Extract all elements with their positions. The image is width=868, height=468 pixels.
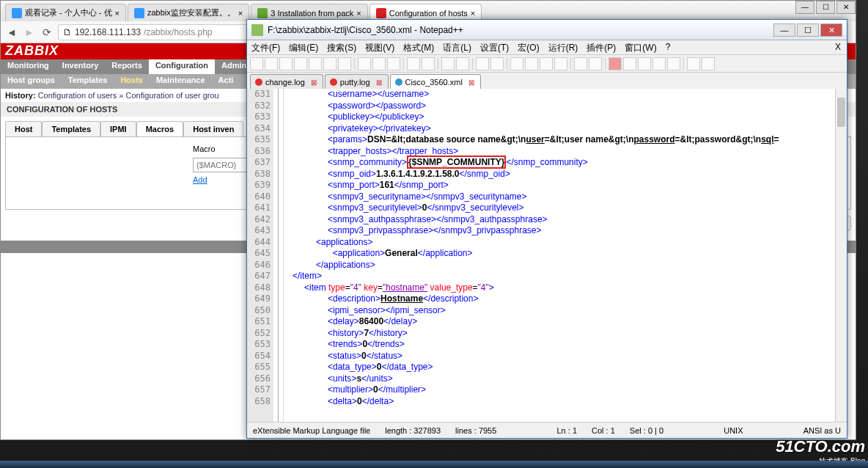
menu-configuration[interactable]: Configuration	[149, 59, 215, 74]
browser-tab-1[interactable]: zabbix监控安装配置。。×	[128, 4, 249, 21]
tab-close-icon[interactable]: ⊠	[468, 78, 474, 87]
tool-replace-icon[interactable]	[456, 57, 469, 70]
menu-edit[interactable]: 编辑(E)	[284, 40, 323, 54]
doc-tab-puttylog[interactable]: putty.log⊠	[325, 74, 389, 89]
npp-doc-tabs: change.log⊠ putty.log⊠ Cisco_3560.xml⊠	[247, 73, 847, 89]
maximize-button[interactable]: ☐	[816, 1, 835, 14]
tool-copy-icon[interactable]	[372, 57, 386, 70]
line-gutter: 6316326336346356366376386396406416426436…	[247, 89, 273, 422]
tab-label: change.log	[265, 78, 305, 87]
modified-icon	[255, 78, 262, 86]
npp-titlebar[interactable]: F:\zabbix\zabbix-lztlj\Cisco_3560.xml - …	[247, 20, 847, 40]
menu-macro[interactable]: 宏(O)	[513, 40, 543, 54]
close-button[interactable]: ✕	[836, 1, 856, 14]
menu-search[interactable]: 搜索(S)	[323, 40, 361, 54]
tool-cut-icon[interactable]	[358, 57, 371, 70]
tool-find-icon[interactable]	[441, 57, 455, 70]
npp-maximize-button[interactable]: ☐	[797, 23, 819, 37]
tool-playback-icon[interactable]	[652, 57, 666, 70]
npp-editor[interactable]: 6316326336346356366376386396406416426436…	[247, 89, 847, 422]
tab-host[interactable]: Host	[5, 121, 42, 136]
tab-ipmi[interactable]: IPMI	[100, 121, 136, 136]
toolbar-sep	[472, 58, 473, 70]
submenu-hostgroups[interactable]: Host groups	[1, 74, 62, 89]
tab-close-icon[interactable]: ×	[356, 9, 361, 18]
tool-redo-icon[interactable]	[422, 57, 435, 70]
tool-folder-icon[interactable]	[574, 57, 587, 70]
tool-chars-icon[interactable]	[540, 57, 553, 70]
tab-macros[interactable]: Macros	[136, 121, 184, 136]
menu-plugins[interactable]: 插件(P)	[582, 40, 620, 54]
menu-monitoring[interactable]: Monitoring	[1, 59, 56, 74]
fold-margin[interactable]	[273, 89, 284, 422]
submenu-templates[interactable]: Templates	[62, 74, 114, 89]
tab-hostinventory[interactable]: Host inven	[183, 121, 243, 136]
tool-sync-icon[interactable]	[510, 57, 523, 70]
npp-close-button[interactable]: ✕	[820, 23, 842, 37]
menu-settings[interactable]: 设置(T)	[476, 40, 513, 54]
tool-close-icon[interactable]	[309, 57, 322, 70]
back-icon[interactable]: ◄	[5, 26, 18, 39]
doc-tab-changelog[interactable]: change.log⊠	[250, 74, 323, 89]
minimize-button[interactable]: —	[795, 1, 814, 14]
menu-file[interactable]: 文件(F)	[247, 40, 284, 54]
tab-close-icon[interactable]: ⊠	[376, 78, 382, 87]
notepadpp-window: F:\zabbix\zabbix-lztlj\Cisco_3560.xml - …	[246, 19, 847, 439]
forward-icon[interactable]: ►	[23, 26, 36, 39]
tab-label: 3 Installation from pack	[271, 9, 353, 18]
menu-language[interactable]: 语言(L)	[438, 40, 476, 54]
menu-view[interactable]: 视图(V)	[361, 40, 399, 54]
tool-undo-icon[interactable]	[407, 57, 420, 70]
tool-print-icon[interactable]	[338, 57, 351, 70]
scroll-thumb[interactable]	[837, 98, 845, 127]
submenu-maintenance[interactable]: Maintenance	[150, 74, 212, 89]
add-link[interactable]: Add	[193, 175, 207, 184]
submenu-actions[interactable]: Acti	[212, 74, 240, 89]
tool-saveall-icon[interactable]	[294, 57, 307, 70]
menu-inventory[interactable]: Inventory	[56, 59, 106, 74]
doc-tab-cisco3560[interactable]: Cisco_3560.xml⊠	[390, 74, 481, 89]
tool-zoomout-icon[interactable]	[490, 57, 504, 70]
tool-closeall-icon[interactable]	[323, 57, 336, 70]
menu-reports[interactable]: Reports	[105, 59, 149, 74]
tab-close-icon[interactable]: ×	[238, 9, 243, 18]
tool-open-icon[interactable]	[265, 57, 278, 70]
npp-statusbar: eXtensible Markup Language file length :…	[247, 422, 847, 438]
tab-close-icon[interactable]: ×	[115, 9, 119, 18]
status-lines: lines : 7955	[455, 426, 496, 435]
tool-savemacro-icon[interactable]	[667, 57, 680, 70]
tool-play-icon[interactable]	[623, 57, 636, 70]
menu-window[interactable]: 窗口(W)	[620, 40, 661, 54]
tool-zoomin-icon[interactable]	[476, 57, 489, 70]
menu-help[interactable]: ?	[661, 40, 675, 54]
browser-tab-0[interactable]: 观看记录 - 个人中心 - 优×	[5, 4, 126, 21]
tool-wrap-icon[interactable]	[525, 57, 538, 70]
menu-close-icon[interactable]: X	[829, 40, 847, 54]
url-host: 192.168.111.133	[75, 25, 141, 40]
taskbar[interactable]	[0, 461, 868, 468]
tool-stop-icon[interactable]	[638, 57, 651, 70]
vertical-scrollbar[interactable]	[835, 89, 847, 422]
tool-new-icon[interactable]	[250, 57, 263, 70]
tool-func-icon[interactable]	[589, 57, 602, 70]
menu-run[interactable]: 运行(R)	[544, 40, 583, 54]
tool-indent-icon[interactable]	[554, 57, 567, 70]
reload-icon[interactable]: ⟳	[40, 26, 54, 39]
tab-close-icon[interactable]: ⊠	[311, 78, 317, 87]
code-area[interactable]: <username></username><password></passwor…	[284, 89, 847, 422]
url-path: /zabbix/hosts.php	[144, 25, 212, 40]
toolbar-sep	[605, 58, 606, 70]
browser-tabbar: 观看记录 - 个人中心 - 优× zabbix监控安装配置。。× 3 Insta…	[1, 1, 856, 21]
submenu-hosts[interactable]: Hosts	[114, 74, 150, 89]
tool-doc-icon[interactable]	[702, 57, 715, 70]
window-controls: — ☐ ✕	[794, 1, 856, 14]
tool-record-icon[interactable]	[608, 57, 622, 70]
tool-paste-icon[interactable]	[387, 57, 400, 70]
tool-save-icon[interactable]	[279, 57, 293, 70]
tool-spell-icon[interactable]	[687, 57, 700, 70]
tab-templates[interactable]: Templates	[42, 121, 100, 136]
macro-input[interactable]	[193, 158, 249, 172]
tab-close-icon[interactable]: ×	[471, 9, 475, 18]
menu-format[interactable]: 格式(M)	[399, 40, 438, 54]
npp-minimize-button[interactable]: —	[773, 23, 795, 37]
